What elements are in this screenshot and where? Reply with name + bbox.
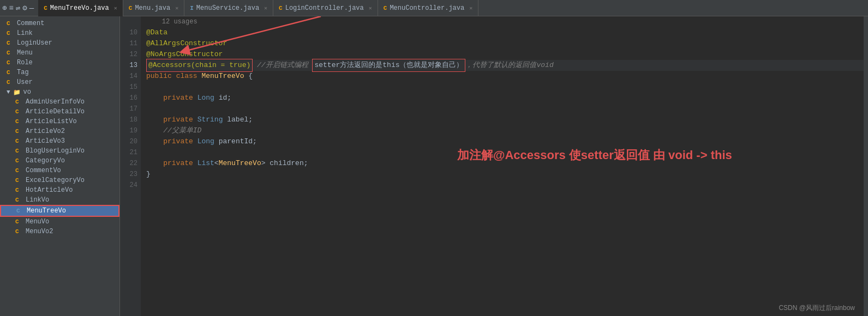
c-icon: C [15, 197, 23, 203]
file-icon-c2: C [129, 5, 133, 11]
sidebar-item-user[interactable]: C User [0, 77, 119, 87]
type-string: String [197, 114, 223, 125]
field-children: children; [270, 158, 308, 169]
line-numbers: 10 11 12 13 14 15 16 17 18 19 20 21 22 2… [120, 16, 141, 316]
sidebar-item-adminuserinfovo[interactable]: C AdminUserInfoVo [0, 97, 119, 107]
folder-icon: 📁 [13, 89, 21, 96]
tab-logincontroller[interactable]: C LoginController.java ✕ [273, 0, 378, 16]
sidebar-item-articlevo3[interactable]: C ArticleVo3 [0, 136, 119, 146]
tab-close-menutreevo[interactable]: ✕ [114, 5, 117, 11]
linenum-10: 10 [120, 27, 137, 38]
linenum-12: 12 [120, 49, 137, 60]
c-icon: C [7, 79, 14, 86]
sidebar-item-linkvo[interactable]: C LinkVo [0, 195, 119, 205]
sidebar-item-menu[interactable]: C Menu [0, 48, 119, 58]
code-line-13: @Accessors(chain = true) //开启链式编程 setter… [146, 60, 864, 71]
sidebar-label-menuvo: MenuVo [26, 218, 49, 226]
c-icon: C [15, 148, 23, 154]
tab-label-menuservice: MenuService.java [196, 4, 259, 12]
c-icon: C [7, 20, 14, 27]
sidebar-item-bloguserloginvo[interactable]: C BlogUserLoginVo [0, 146, 119, 156]
sidebar-item-articlelistvo[interactable]: C ArticleListVo [0, 117, 119, 126]
c-icon: C [15, 128, 23, 135]
tab-close-menuservice[interactable]: ✕ [264, 5, 267, 11]
structure-icon[interactable]: ≡ [9, 4, 13, 13]
tab-menu[interactable]: C Menu.java ✕ [123, 0, 184, 16]
sidebar-label-articlelistvo: ArticleListVo [26, 118, 77, 125]
toolbar-icons: ⊕ ≡ ⇌ ⚙ — [2, 3, 38, 13]
code-line-20: private Long parentId; [146, 136, 864, 147]
sidebar-item-tag[interactable]: C Tag [0, 68, 119, 77]
linenum-21: 21 [120, 147, 137, 158]
nav-back-icon[interactable]: ⊕ [2, 3, 7, 13]
tab-menutreevo[interactable]: C MenuTreeVo.java ✕ [38, 0, 123, 16]
sidebar-item-comment[interactable]: C Comment [0, 19, 119, 28]
kw-private-4: private [163, 158, 193, 169]
structure2-icon[interactable]: ⇌ [16, 3, 20, 13]
generic-open: < [214, 158, 219, 169]
code-line-12: @NoArgsConstructor [146, 49, 864, 60]
linenum-11: 11 [120, 38, 137, 49]
code-line-24 [146, 180, 864, 191]
file-icon-i: I [190, 5, 194, 11]
code-line-23: } [146, 169, 864, 180]
sidebar-label-tag: Tag [17, 69, 29, 76]
comment-parent-id: //父菜单ID [163, 125, 201, 136]
settings-icon[interactable]: ⚙ [22, 3, 27, 13]
code-content[interactable]: 12 usages @Data @AllArgsConstructor @NoA… [141, 16, 864, 316]
sidebar-label-articlevo2: ArticleVo2 [26, 127, 65, 135]
sidebar-item-hotarticlevo[interactable]: C HotArticleVo [0, 185, 119, 195]
c-icon: C [15, 187, 23, 193]
kw-private-1: private [163, 93, 193, 104]
c-icon: C [7, 59, 14, 66]
c-icon: C [15, 228, 23, 235]
sidebar-item-categoryvo[interactable]: C CategoryVo [0, 156, 119, 166]
sidebar-label-excelcategoryvo: ExcelCategoryVo [26, 177, 85, 184]
usages-linenum [120, 16, 137, 27]
linenum-19: 19 [120, 125, 137, 136]
c-icon: C [7, 40, 14, 46]
main-area: C Comment C Link C LoginUser C Menu C Ro… [0, 16, 868, 316]
tab-close-logincontroller[interactable]: ✕ [369, 5, 372, 11]
usages-line: 12 usages [146, 16, 864, 27]
annotation-data: @Data [146, 27, 167, 38]
sidebar-item-commentvo[interactable]: C CommentVo [0, 166, 119, 175]
sidebar-label-menutreevo: MenuTreeVo [27, 207, 66, 215]
tab-close-menu[interactable]: ✕ [175, 5, 178, 11]
annotation-noargs: @NoArgsConstructor [146, 49, 223, 60]
code-line-19: //父菜单ID [146, 125, 864, 136]
sidebar-item-menuvo[interactable]: C MenuVo [0, 217, 119, 227]
sidebar-item-articlevo2[interactable]: C ArticleVo2 [0, 126, 119, 136]
accessor-annotation-text: @Accessors(chain = true) [148, 61, 250, 69]
kw-private-2: private [163, 114, 193, 125]
sidebar-item-articledetailvo[interactable]: C ArticleDetailVo [0, 107, 119, 117]
vertical-scrollbar[interactable] [864, 16, 868, 316]
sidebar-item-excelcategoryvo[interactable]: C ExcelCategoryVo [0, 175, 119, 185]
sidebar-label-comment: Comment [17, 20, 44, 27]
linenum-16: 16 [120, 93, 137, 104]
code-line-10: @Data [146, 27, 864, 38]
close-brace: } [146, 169, 151, 180]
kw-public: public [146, 71, 172, 82]
annotation-allargs: @AllArgsConstructor [146, 38, 227, 49]
c-icon: C [15, 177, 23, 184]
code-line-18: private String label; [146, 114, 864, 125]
sidebar-label-user: User [17, 78, 33, 86]
sidebar-item-menutreevo[interactable]: C MenuTreeVo [0, 205, 119, 217]
minimize-icon[interactable]: — [29, 4, 34, 13]
c-icon: C [7, 69, 14, 76]
sidebar-label-role: Role [17, 59, 33, 66]
c-icon: C [15, 218, 23, 225]
sidebar-item-menuvo2[interactable]: C MenuVo2 [0, 227, 119, 236]
tab-label-menucontroller: MenuController.java [390, 4, 464, 12]
code-line-14: public class MenuTreeVo { [146, 71, 864, 82]
file-icon-c4: C [384, 5, 387, 11]
sidebar-item-link[interactable]: C Link [0, 28, 119, 38]
tab-menuservice[interactable]: I MenuService.java ✕ [184, 0, 273, 16]
sidebar-item-vo-folder[interactable]: ▼ 📁 vo [0, 87, 119, 97]
tab-menucontroller[interactable]: C MenuController.java ✕ [378, 0, 478, 16]
tab-close-menucontroller[interactable]: ✕ [469, 5, 472, 11]
sidebar-item-role[interactable]: C Role [0, 58, 119, 68]
sidebar-label-categoryvo: CategoryVo [26, 157, 65, 165]
sidebar-item-loginuser[interactable]: C LoginUser [0, 38, 119, 48]
